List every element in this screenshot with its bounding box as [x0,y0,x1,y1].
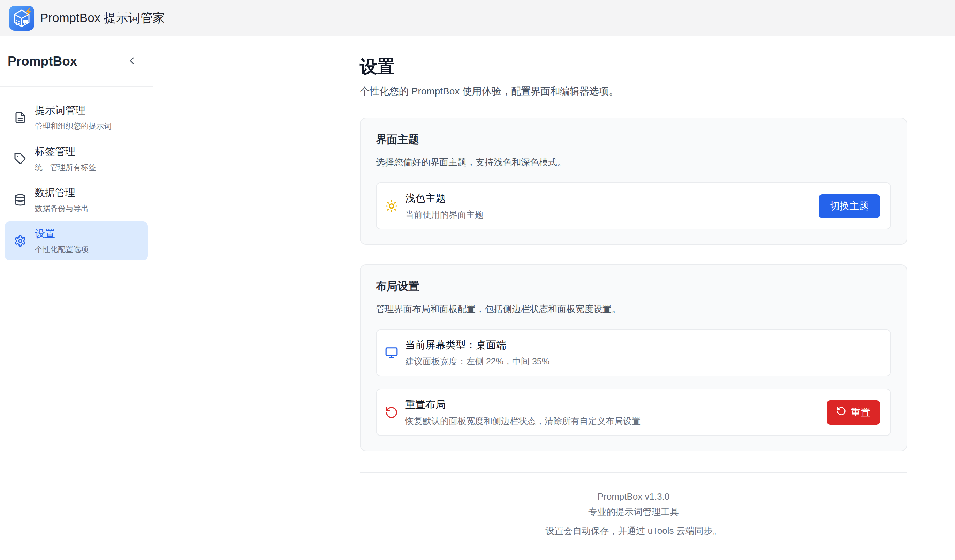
sidebar-item-prompts[interactable]: 提示词管理 管理和组织您的提示词 [5,98,148,137]
sidebar-item-label: 设置 [35,227,89,241]
file-text-icon [14,111,27,124]
chevron-left-icon [126,55,137,67]
sidebar-item-tags[interactable]: 标签管理 统一管理所有标签 [5,139,148,178]
screen-type-title: 当前屏幕类型：桌面端 [405,338,880,352]
sidebar: PromptBox 提示词管理 管理和组织您的提示词 [0,36,153,560]
gear-icon [14,235,27,247]
theme-card-title: 界面主题 [376,132,891,147]
tag-icon [14,152,27,165]
footer-tagline: 专业的提示词管理工具 [360,504,907,519]
theme-card: 界面主题 选择您偏好的界面主题，支持浅色和深色模式。 浅色主题 当前使用的界面主… [360,117,907,245]
screen-type-desc: 建议面板宽度：左侧 22%，中间 35% [405,356,880,367]
sidebar-item-label: 数据管理 [35,186,89,200]
rotate-ccw-icon [385,406,398,419]
sidebar-item-label: 标签管理 [35,145,96,159]
layout-card-desc: 管理界面布局和面板配置，包括侧边栏状态和面板宽度设置。 [376,303,891,315]
sidebar-collapse-button[interactable] [125,55,139,68]
database-icon [14,194,27,206]
topbar: PromptBox 提示词管家 [0,0,955,36]
theme-row: 浅色主题 当前使用的界面主题 切换主题 [376,182,891,230]
sidebar-item-settings[interactable]: 设置 个性化配置选项 [5,221,148,260]
footer-divider [360,472,907,473]
reset-layout-button[interactable]: 重置 [827,400,880,425]
reset-button-label: 重置 [851,406,870,419]
reset-layout-title: 重置布局 [405,398,827,412]
screen-type-row: 当前屏幕类型：桌面端 建议面板宽度：左侧 22%，中间 35% [376,329,891,376]
footer-version: PromptBox v1.3.0 [360,489,907,504]
sidebar-item-desc: 统一管理所有标签 [35,162,96,173]
app-logo-icon [9,6,34,31]
sidebar-brand: PromptBox [8,54,77,69]
sidebar-item-desc: 数据备份与导出 [35,203,89,214]
sidebar-item-desc: 个性化配置选项 [35,244,89,255]
theme-row-title: 浅色主题 [405,191,819,205]
footer-note: 设置会自动保存，并通过 uTools 云端同步。 [360,523,907,538]
reset-layout-desc: 恢复默认的面板宽度和侧边栏状态，清除所有自定义布局设置 [405,415,827,427]
sidebar-nav: 提示词管理 管理和组织您的提示词 标签管理 统一管理所有标签 数据管理 [0,87,153,260]
page-subtitle: 个性化您的 PromptBox 使用体验，配置界面和编辑器选项。 [360,85,907,98]
layout-card: 布局设置 管理界面布局和面板配置，包括侧边栏状态和面板宽度设置。 当前屏幕类型：… [360,264,907,451]
layout-card-title: 布局设置 [376,279,891,294]
reset-layout-row: 重置布局 恢复默认的面板宽度和侧边栏状态，清除所有自定义布局设置 重置 [376,389,891,436]
monitor-icon [385,346,398,360]
page-title: 设置 [360,58,907,75]
app-title: PromptBox 提示词管家 [40,10,165,26]
sun-icon [385,199,398,213]
theme-row-desc: 当前使用的界面主题 [405,209,819,221]
theme-card-desc: 选择您偏好的界面主题，支持浅色和深色模式。 [376,156,891,169]
footer: PromptBox v1.3.0 专业的提示词管理工具 设置会自动保存，并通过 … [360,489,907,538]
sidebar-item-desc: 管理和组织您的提示词 [35,121,111,131]
rotate-ccw-icon [836,406,846,418]
main-content: 设置 个性化您的 PromptBox 使用体验，配置界面和编辑器选项。 界面主题… [153,36,955,560]
sidebar-header: PromptBox [0,36,153,87]
sidebar-item-data[interactable]: 数据管理 数据备份与导出 [5,180,148,219]
sidebar-item-label: 提示词管理 [35,103,111,117]
switch-theme-button[interactable]: 切换主题 [819,194,880,218]
